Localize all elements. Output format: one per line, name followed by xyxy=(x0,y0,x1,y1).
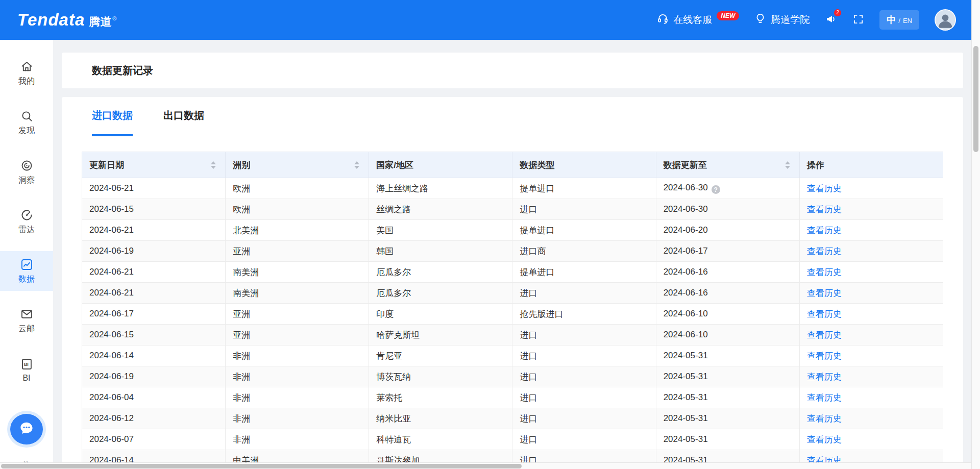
cell-continent: 欧洲 xyxy=(226,199,369,220)
column-header[interactable]: 洲别 xyxy=(226,152,369,178)
view-history-link[interactable]: 查看历史 xyxy=(807,246,842,256)
chat-fab-button[interactable] xyxy=(10,414,43,445)
sidebar-item-radar[interactable]: 雷达 xyxy=(0,202,53,241)
table-row: 2024-06-21南美洲厄瓜多尔进口2024-06-16查看历史 xyxy=(82,283,943,304)
view-history-link[interactable]: 查看历史 xyxy=(807,288,842,298)
table-row: 2024-06-19非洲博茨瓦纳进口2024-05-31查看历史 xyxy=(82,366,943,387)
data-icon xyxy=(20,258,34,271)
cell-action: 查看历史 xyxy=(799,345,943,366)
app-window: Tendata 腾道 ® 在线客服 NEW 腾道学院 xyxy=(0,0,971,469)
tab-import[interactable]: 进口数据 xyxy=(92,97,133,136)
cell-continent: 非洲 xyxy=(226,429,369,450)
announcement-badge: 2 xyxy=(834,9,841,16)
cell-updated-to: 2024-05-31 xyxy=(656,366,799,387)
svg-text:BI: BI xyxy=(23,362,28,367)
sidebar-item-my[interactable]: 我的 xyxy=(0,53,53,93)
cell-continent: 亚洲 xyxy=(226,304,369,325)
sidebar: 我的发现洞察雷达数据云邮BIBI » xyxy=(0,40,53,469)
cell-data-type: 提单进口 xyxy=(512,178,656,199)
cell-update-date: 2024-06-14 xyxy=(82,345,226,366)
cell-updated-to: 2024-05-31 xyxy=(656,387,799,408)
cell-continent: 亚洲 xyxy=(226,325,369,345)
table-wrap: 更新日期洲别国家/地区数据类型数据更新至操作 2024-06-21欧洲海上丝绸之… xyxy=(82,152,943,469)
help-icon[interactable]: ? xyxy=(712,185,720,194)
cell-region: 肯尼亚 xyxy=(369,345,512,366)
sidebar-item-label: 洞察 xyxy=(18,175,35,186)
search-icon xyxy=(20,109,34,123)
fullscreen-button[interactable] xyxy=(852,13,864,27)
cell-action: 查看历史 xyxy=(799,220,943,241)
sidebar-nav: 我的发现洞察雷达数据云邮BIBI xyxy=(0,53,53,400)
cell-data-type: 进口商 xyxy=(512,241,656,262)
cell-continent: 非洲 xyxy=(226,366,369,387)
cell-continent: 北美洲 xyxy=(226,220,369,241)
sort-icon[interactable] xyxy=(354,161,359,169)
academy-link[interactable]: 腾道学院 xyxy=(754,13,810,27)
sort-icon[interactable] xyxy=(211,161,216,169)
page-title: 数据更新记录 xyxy=(92,64,153,78)
column-header: 国家/地区 xyxy=(369,152,512,178)
column-header[interactable]: 更新日期 xyxy=(82,152,226,178)
sidebar-item-mail[interactable]: 云邮 xyxy=(0,301,53,340)
horizontal-scrollbar[interactable] xyxy=(0,462,971,469)
chat-bubble-icon xyxy=(18,419,35,439)
cell-region: 韩国 xyxy=(369,241,512,262)
cell-data-type: 进口 xyxy=(512,199,656,220)
brand-name: Tendata xyxy=(17,10,85,30)
sort-icon[interactable] xyxy=(785,161,790,169)
view-history-link[interactable]: 查看历史 xyxy=(807,435,842,445)
column-header-label: 操作 xyxy=(807,159,824,171)
table-row: 2024-06-07非洲科特迪瓦进口2024-05-31查看历史 xyxy=(82,429,943,450)
view-history-link[interactable]: 查看历史 xyxy=(807,351,842,361)
home-icon xyxy=(20,60,34,73)
sidebar-item-data[interactable]: 数据 xyxy=(0,251,53,291)
cell-update-date: 2024-06-04 xyxy=(82,387,226,408)
registered-mark: ® xyxy=(112,15,116,21)
announcement-button[interactable]: 2 xyxy=(825,13,837,27)
cell-continent: 非洲 xyxy=(226,387,369,408)
column-header[interactable]: 数据更新至 xyxy=(656,152,799,178)
view-history-link[interactable]: 查看历史 xyxy=(807,393,842,403)
cell-region: 海上丝绸之路 xyxy=(369,178,512,199)
view-history-link[interactable]: 查看历史 xyxy=(807,414,842,424)
cell-update-date: 2024-06-12 xyxy=(82,408,226,429)
view-history-link[interactable]: 查看历史 xyxy=(807,330,842,340)
cell-updated-to: 2024-05-31 xyxy=(656,408,799,429)
cell-updated-to: 2024-06-20 xyxy=(656,220,799,241)
view-history-link[interactable]: 查看历史 xyxy=(807,267,842,277)
cell-updated-to: 2024-05-31 xyxy=(656,345,799,366)
sidebar-item-bi[interactable]: BIBI xyxy=(0,350,53,390)
brand-logo[interactable]: Tendata 腾道 ® xyxy=(17,10,116,30)
cell-updated-to: 2024-06-10 xyxy=(656,304,799,325)
cell-region: 莱索托 xyxy=(369,387,512,408)
view-history-link[interactable]: 查看历史 xyxy=(807,226,842,235)
cell-update-date: 2024-06-07 xyxy=(82,429,226,450)
column-header: 数据类型 xyxy=(512,152,656,178)
vertical-scrollbar[interactable] xyxy=(971,0,980,469)
view-history-link[interactable]: 查看历史 xyxy=(807,205,842,214)
avatar[interactable] xyxy=(935,9,956,31)
cell-action: 查看历史 xyxy=(799,366,943,387)
view-history-link[interactable]: 查看历史 xyxy=(807,184,842,193)
tab-export[interactable]: 出口数据 xyxy=(163,97,204,136)
insight-icon xyxy=(20,159,34,172)
cell-update-date: 2024-06-21 xyxy=(82,220,226,241)
horizontal-scrollbar-thumb[interactable] xyxy=(1,464,522,468)
top-header: Tendata 腾道 ® 在线客服 NEW 腾道学院 xyxy=(0,0,971,40)
table-row: 2024-06-15亚洲哈萨克斯坦进口2024-06-10查看历史 xyxy=(82,325,943,345)
online-service-link[interactable]: 在线客服 NEW xyxy=(657,13,739,27)
sidebar-item-insight[interactable]: 洞察 xyxy=(0,152,53,192)
vertical-scrollbar-thumb[interactable] xyxy=(973,46,978,152)
main-content: 数据更新记录 进口数据出口数据 更新日期洲别国家/地区数据类型数据更新至操作 2… xyxy=(53,40,971,469)
cell-action: 查看历史 xyxy=(799,325,943,345)
headset-icon xyxy=(657,13,669,27)
sidebar-item-discover[interactable]: 发现 xyxy=(0,103,53,142)
sidebar-item-label: 我的 xyxy=(18,76,35,87)
language-toggle[interactable]: 中 / EN xyxy=(879,10,919,30)
cell-data-type: 提单进口 xyxy=(512,220,656,241)
cell-update-date: 2024-06-17 xyxy=(82,304,226,325)
view-history-link[interactable]: 查看历史 xyxy=(807,309,842,319)
cell-data-type: 进口 xyxy=(512,429,656,450)
cell-region: 博茨瓦纳 xyxy=(369,366,512,387)
view-history-link[interactable]: 查看历史 xyxy=(807,372,842,382)
